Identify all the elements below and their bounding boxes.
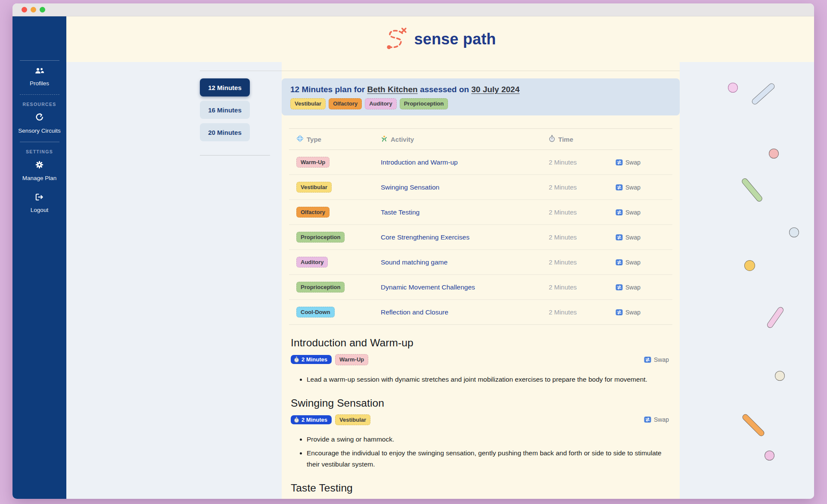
table-row: Cool-Down Reflection and Closure 2 Minut…: [289, 300, 672, 324]
decor-stick: [741, 413, 766, 438]
section-title: Taste Testing: [291, 482, 671, 494]
content-divider: [200, 71, 680, 71]
swap-button[interactable]: Swap: [616, 159, 672, 166]
users-icon: [35, 67, 44, 77]
badge-vestibular: Vestibular: [290, 98, 326, 109]
close-window-button[interactable]: [22, 7, 27, 12]
tabs-divider: [200, 155, 270, 156]
instruction-item: Lead a warm-up session with dynamic stre…: [307, 374, 671, 385]
decor-stick: [751, 82, 776, 106]
column-header-type: Type: [296, 135, 381, 143]
decor-circle: [728, 83, 738, 93]
table-row: Olfactory Taste Testing 2 Minutes Swap: [289, 200, 672, 225]
activity-link[interactable]: Introduction and Warm-up: [381, 159, 549, 166]
time-value: 2 Minutes: [549, 233, 616, 241]
duration-tabs: 12 Minutes 16 Minutes 20 Minutes: [200, 78, 250, 141]
logo-path-icon: [384, 26, 407, 52]
swap-button[interactable]: Swap: [644, 416, 669, 423]
swap-button[interactable]: Swap: [644, 356, 669, 363]
badge-proprioception: Proprioception: [400, 98, 448, 109]
swap-button[interactable]: Swap: [616, 309, 672, 316]
activity-link[interactable]: Sound matching game: [381, 258, 549, 266]
swap-label: Swap: [625, 209, 640, 216]
duration-pill: 2 Minutes: [291, 355, 332, 364]
plan-title-middle: assessed on: [418, 85, 472, 94]
swap-button[interactable]: Swap: [616, 259, 672, 266]
activity-section: Introduction and Warm-up 2 Minutes Warm-…: [291, 337, 671, 385]
time-icon: [549, 135, 555, 143]
activity-link[interactable]: Swinging Sensation: [381, 184, 549, 191]
badge-olfactory: Olfactory: [329, 98, 362, 109]
decor-stick: [766, 306, 785, 329]
instruction-list: Lead a warm-up session with dynamic stre…: [291, 374, 671, 385]
decor-stick: [740, 177, 763, 203]
tab-20-minutes[interactable]: 20 Minutes: [200, 123, 250, 141]
activity-section: Swinging Sensation 2 Minutes Vestibular …: [291, 397, 671, 470]
diamond-icon: [296, 135, 304, 143]
type-badge: Cool-Down: [296, 307, 335, 318]
tab-16-minutes[interactable]: 16 Minutes: [200, 101, 250, 119]
swap-label: Swap: [654, 416, 669, 423]
plan-title: 12 Minutes plan for Beth Kitchen assesse…: [290, 85, 671, 94]
sidebar-section-settings: SETTINGS: [26, 149, 53, 154]
swap-button[interactable]: Swap: [616, 209, 672, 216]
section-title: Swinging Sensation: [291, 397, 671, 409]
sidebar-divider: [20, 142, 59, 142]
sidebar-item-label: Sensory Circuits: [18, 127, 60, 135]
column-header-time: Time: [549, 135, 616, 143]
activity-details: Introduction and Warm-up 2 Minutes Warm-…: [282, 337, 680, 499]
client-name-link[interactable]: Beth Kitchen: [367, 85, 417, 94]
sidebar-item-logout[interactable]: Logout: [16, 193, 63, 214]
sidebar-item-sensory-circuits[interactable]: Sensory Circuits: [16, 113, 63, 135]
table-row: Auditory Sound matching game 2 Minutes S…: [289, 250, 672, 275]
activity-link[interactable]: Dynamic Movement Challenges: [381, 283, 549, 291]
time-value: 2 Minutes: [549, 308, 616, 316]
plan-content: 12 Minutes plan for Beth Kitchen assesse…: [282, 62, 680, 499]
swap-label: Swap: [625, 184, 640, 191]
sidebar-item-manage-plan[interactable]: Manage Plan: [16, 161, 63, 182]
time-value: 2 Minutes: [549, 159, 616, 166]
decor-circle: [775, 371, 785, 381]
minimize-window-button[interactable]: [31, 7, 36, 12]
duration-label: 2 Minutes: [302, 356, 327, 363]
activities-table: Type Activity: [289, 128, 672, 325]
type-badge: Proprioception: [296, 282, 345, 293]
table-row: Proprioception Core Strengthening Exerci…: [289, 225, 672, 250]
swap-label: Swap: [625, 309, 640, 316]
activity-link[interactable]: Reflection and Closure: [381, 308, 549, 316]
assessed-date-link[interactable]: 30 July 2024: [471, 85, 519, 94]
maximize-window-button[interactable]: [40, 7, 45, 12]
swap-label: Swap: [625, 159, 640, 166]
type-badge: Auditory: [296, 257, 328, 268]
swap-button[interactable]: Swap: [616, 234, 672, 241]
activity-icon: [381, 135, 388, 143]
tab-12-minutes[interactable]: 12 Minutes: [200, 78, 250, 96]
sidebar-item-profiles[interactable]: Profiles: [16, 67, 63, 87]
table-row: Vestibular Swinging Sensation 2 Minutes …: [289, 175, 672, 200]
time-value: 2 Minutes: [549, 184, 616, 191]
swap-button[interactable]: Swap: [616, 184, 672, 191]
activity-link[interactable]: Taste Testing: [381, 208, 549, 216]
type-badge: Vestibular: [296, 182, 332, 193]
activity-section: Taste Testing 2 Minutes Olfactory Swap: [291, 482, 671, 499]
type-badge: Warm-Up: [296, 157, 330, 168]
time-value: 2 Minutes: [549, 208, 616, 216]
decor-circle: [744, 260, 755, 271]
duration-pill: 2 Minutes: [291, 415, 332, 424]
section-title: Introduction and Warm-up: [291, 337, 671, 349]
logo-text: sense path: [414, 30, 496, 48]
sense-badges: Vestibular Olfactory Auditory Propriocep…: [290, 98, 671, 109]
table-row: Warm-Up Introduction and Warm-up 2 Minut…: [289, 150, 672, 175]
swap-label: Swap: [625, 234, 640, 241]
activity-link[interactable]: Core Strengthening Exercises: [381, 233, 549, 241]
column-header-label: Time: [558, 136, 573, 143]
gear-icon: [35, 161, 44, 171]
column-header-label: Activity: [391, 136, 414, 143]
app-window: Profiles RESOURCES Sensory Circuits SETT…: [12, 3, 814, 499]
app-header: sense path: [66, 16, 814, 62]
swap-button[interactable]: Swap: [616, 284, 672, 291]
type-badge: Warm-Up: [335, 354, 368, 365]
badge-auditory: Auditory: [365, 98, 396, 109]
plan-summary-card: 12 Minutes plan for Beth Kitchen assesse…: [282, 78, 680, 115]
time-value: 2 Minutes: [549, 283, 616, 291]
